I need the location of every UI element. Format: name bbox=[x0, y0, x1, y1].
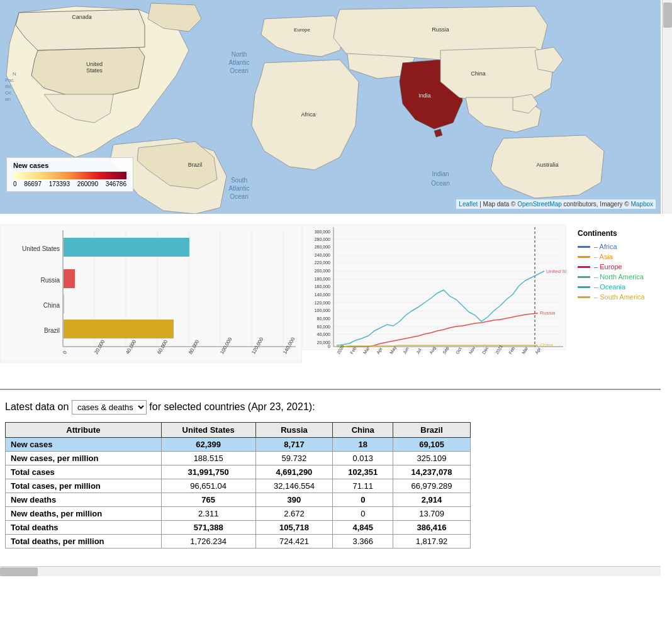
metric-dropdown[interactable]: cases & deaths cases deaths tests bbox=[72, 400, 147, 415]
svg-text:an: an bbox=[5, 96, 11, 102]
world-map[interactable]: United States Canada Brazil Europe Afric… bbox=[0, 0, 661, 214]
svg-text:United States: United States bbox=[546, 269, 566, 274]
svg-text:Canada: Canada bbox=[72, 14, 92, 20]
cell-value-6-2: 4,845 bbox=[333, 521, 393, 535]
data-header: Latest data on cases & deaths cases deat… bbox=[5, 400, 656, 415]
legend-item-5: – South America bbox=[578, 293, 656, 301]
color-gradient bbox=[13, 172, 126, 179]
svg-text:300,000: 300,000 bbox=[315, 230, 330, 234]
legend-val-2: 173393 bbox=[49, 181, 70, 187]
cell-value-0-0: 62,399 bbox=[161, 438, 255, 452]
svg-text:Russia: Russia bbox=[40, 277, 60, 284]
cell-attribute-5: New deaths, per million bbox=[6, 507, 162, 521]
cell-value-2-2: 102,351 bbox=[333, 465, 393, 479]
svg-text:280,000: 280,000 bbox=[315, 237, 330, 242]
svg-text:Australia: Australia bbox=[536, 162, 558, 168]
line-chart-area: 300,000 280,000 260,000 240,000 220,000 … bbox=[302, 224, 661, 375]
svg-rect-39 bbox=[64, 238, 189, 257]
svg-text:South: South bbox=[231, 177, 247, 184]
cell-value-0-2: 18 bbox=[333, 438, 393, 452]
cell-value-3-1: 32,146.554 bbox=[255, 479, 333, 493]
col-header-russia: Russia bbox=[255, 423, 333, 438]
line-chart: 300,000 280,000 260,000 240,000 220,000 … bbox=[302, 224, 573, 375]
legend-color-4 bbox=[578, 286, 590, 288]
legend-color-3 bbox=[578, 276, 590, 278]
svg-text:40,000: 40,000 bbox=[317, 332, 331, 337]
legend-color-1 bbox=[578, 256, 590, 258]
svg-text:States: States bbox=[86, 67, 103, 74]
legend-val-4: 346786 bbox=[106, 181, 126, 187]
col-header-brazil: Brazil bbox=[393, 423, 471, 438]
svg-text:Brazil: Brazil bbox=[44, 327, 60, 334]
mapbox-link[interactable]: Mapbox bbox=[630, 201, 653, 208]
legend-bar bbox=[13, 172, 126, 179]
legend-item-0: – Africa bbox=[578, 243, 656, 250]
legend-label-3: – North America bbox=[594, 273, 644, 281]
cell-value-3-0: 96,651.04 bbox=[161, 479, 255, 493]
svg-text:Indian: Indian bbox=[432, 170, 449, 177]
legend-item-3: – North America bbox=[578, 273, 656, 281]
data-table: Attribute United States Russia China Bra… bbox=[5, 422, 471, 549]
leaflet-link[interactable]: Leaflet bbox=[459, 201, 478, 208]
legend-items: – Africa– Asia– Europe– North America– O… bbox=[578, 243, 656, 301]
bar-chart-svg: United States Russia China Brazil bbox=[0, 224, 302, 375]
svg-rect-41 bbox=[64, 294, 64, 313]
horizontal-scrollbar[interactable] bbox=[0, 566, 661, 576]
cell-value-0-3: 69,105 bbox=[393, 438, 471, 452]
svg-text:260,000: 260,000 bbox=[315, 245, 330, 249]
cell-value-1-1: 59.732 bbox=[255, 452, 333, 465]
legend-val-1: 86697 bbox=[24, 181, 42, 187]
legend-item-2: – Europe bbox=[578, 263, 656, 270]
cell-value-4-3: 2,914 bbox=[393, 493, 471, 507]
legend-label-5: – South America bbox=[594, 293, 645, 301]
map-legend: New cases 0 86697 173393 260090 346786 bbox=[6, 157, 133, 192]
svg-rect-40 bbox=[64, 269, 75, 288]
svg-text:China: China bbox=[43, 302, 60, 309]
svg-text:Russia: Russia bbox=[432, 26, 449, 33]
table-row: Total cases, per million96,651.0432,146.… bbox=[6, 479, 471, 493]
svg-text:0: 0 bbox=[328, 344, 330, 348]
svg-text:140,000: 140,000 bbox=[315, 292, 330, 297]
legend-item-1: – Asia bbox=[578, 253, 656, 260]
svg-text:India: India bbox=[418, 92, 431, 99]
svg-text:Oc: Oc bbox=[5, 90, 11, 96]
map-attribution: Leaflet | Map data © OpenStreetMap contr… bbox=[456, 199, 656, 209]
cell-value-3-3: 66,979.289 bbox=[393, 479, 471, 493]
charts-area: United States Russia China Brazil bbox=[0, 219, 661, 376]
cell-value-4-2: 0 bbox=[333, 493, 393, 507]
table-header-row: Attribute United States Russia China Bra… bbox=[6, 423, 471, 438]
vertical-scrollbar[interactable] bbox=[662, 0, 672, 214]
cell-value-7-1: 724.421 bbox=[255, 535, 333, 549]
svg-text:240,000: 240,000 bbox=[315, 253, 330, 257]
cell-attribute-3: Total cases, per million bbox=[6, 479, 162, 493]
table-row: New deaths76539002,914 bbox=[6, 493, 471, 507]
cell-value-5-1: 2.672 bbox=[255, 507, 333, 521]
h-scrollbar-thumb[interactable] bbox=[0, 567, 38, 576]
svg-text:Brazil: Brazil bbox=[188, 162, 203, 168]
svg-text:ific: ific bbox=[5, 84, 11, 89]
svg-text:220,000: 220,000 bbox=[315, 260, 330, 265]
osm-link[interactable]: OpenStreetMap bbox=[517, 201, 562, 208]
col-header-us: United States bbox=[161, 423, 255, 438]
svg-text:United: United bbox=[86, 61, 103, 67]
svg-text:China: China bbox=[471, 70, 486, 77]
legend-title: New cases bbox=[13, 162, 126, 169]
cell-value-4-1: 390 bbox=[255, 493, 333, 507]
cell-value-7-3: 1,817.92 bbox=[393, 535, 471, 549]
table-row: Total deaths, per million1,726.234724.42… bbox=[6, 535, 471, 549]
table-body: New cases62,3998,7171869,105New cases, p… bbox=[6, 438, 471, 549]
legend-color-5 bbox=[578, 296, 590, 298]
cell-value-1-2: 0.013 bbox=[333, 452, 393, 465]
cell-attribute-6: Total deaths bbox=[6, 521, 162, 535]
svg-rect-42 bbox=[64, 320, 174, 338]
scrollbar-thumb[interactable] bbox=[663, 3, 672, 28]
col-header-china: China bbox=[333, 423, 393, 438]
svg-text:Europe: Europe bbox=[294, 27, 310, 33]
legend-color-0 bbox=[578, 246, 590, 248]
svg-text:Atlantic: Atlantic bbox=[229, 59, 250, 66]
svg-text:Russia: Russia bbox=[540, 310, 556, 316]
svg-text:80,000: 80,000 bbox=[317, 316, 331, 321]
cell-attribute-2: Total cases bbox=[6, 465, 162, 479]
cell-value-2-1: 4,691,290 bbox=[255, 465, 333, 479]
header-suffix: for selected countries (Apr 23, 2021): bbox=[149, 401, 315, 412]
